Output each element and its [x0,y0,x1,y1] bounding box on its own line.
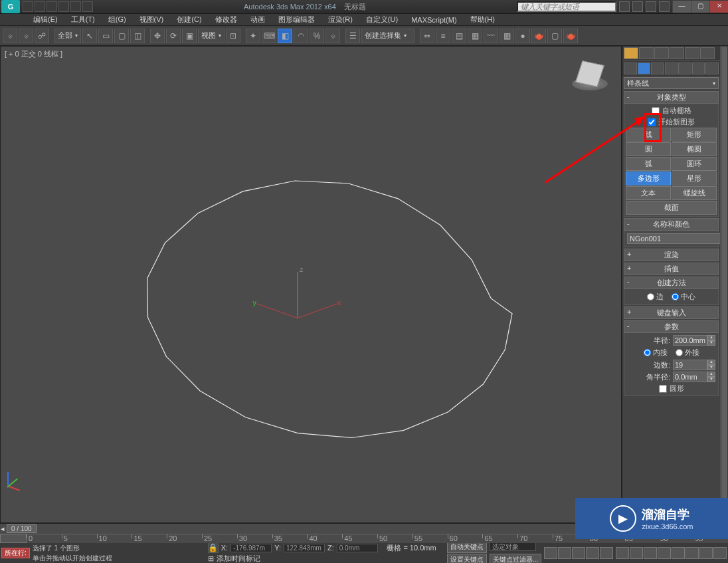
bind-icon[interactable]: ☍ [35,29,49,43]
align-icon[interactable]: ≡ [436,29,450,43]
graphite-icon[interactable]: ▦ [468,29,482,43]
display-tab-icon[interactable] [685,47,699,59]
viewcube[interactable] [567,53,613,100]
corner-radius-input[interactable] [673,372,707,382]
shape-button-截面[interactable]: 截面 [626,201,717,215]
zoom-icon[interactable] [630,547,643,559]
edge-radio[interactable]: 边 [647,292,664,302]
redo-icon[interactable] [70,1,81,12]
fov-icon[interactable] [685,547,699,559]
mirror-icon[interactable]: ⇔ [420,29,434,43]
binoculars-icon[interactable] [619,1,630,12]
shape-button-弧[interactable]: 弧 [626,157,671,171]
orbit-icon[interactable] [658,547,671,559]
ngon-shape[interactable] [147,181,512,438]
lock-icon[interactable]: 🔒 [208,542,219,553]
auto-grid-checkbox[interactable] [652,107,660,115]
goto-start-icon[interactable] [544,547,557,559]
spacewarps-icon[interactable] [692,62,705,74]
menu-modifiers[interactable]: 修改器 [209,13,244,26]
viewport[interactable]: [ + 0 正交 0 线框 ] z x y [0,46,622,523]
rollout-header[interactable]: +插值 [624,263,719,275]
hierarchy-tab-icon[interactable] [654,47,669,59]
render-icon[interactable]: 🫖 [563,29,578,43]
add-time-tag[interactable]: 添加时间标记 [217,554,260,563]
geometry-icon[interactable] [624,62,637,74]
unlink-icon[interactable]: ⟐ [19,29,33,43]
menu-group[interactable]: 组(G) [102,13,133,26]
menu-graph-editors[interactable]: 图形编辑器 [272,13,321,26]
select-name-icon[interactable]: ▭ [98,29,113,43]
close-button[interactable]: ✕ [709,1,728,13]
rollout-header[interactable]: -对象类型 [624,91,719,104]
prev-frame-icon[interactable] [558,547,571,559]
link-icon[interactable]: ⟐ [3,29,17,43]
menu-create[interactable]: 创建(C) [170,13,208,26]
pivot-icon[interactable]: ⊡ [226,29,240,43]
maximize-button[interactable]: ▢ [691,1,709,13]
cameras-icon[interactable] [665,62,678,74]
center-radio[interactable]: 中心 [672,292,695,302]
selection-filter-dropdown[interactable]: 全部 [54,29,81,43]
menu-maxscript[interactable]: MAXScript(M) [405,15,463,25]
spinner-down-icon[interactable]: ▼ [707,365,715,370]
angle-snap-icon[interactable]: ◠ [294,29,308,43]
dropdown-icon[interactable] [82,1,93,12]
named-selection-icon[interactable]: ☰ [345,29,360,43]
goto-end-icon[interactable] [600,547,613,559]
zoom-region-icon[interactable] [699,547,713,559]
trackbar-icon[interactable] [0,534,27,543]
schematic-icon[interactable]: ▦ [500,29,514,43]
menu-help[interactable]: 帮助(H) [464,13,501,26]
spinner-snap-icon[interactable]: ⟐ [325,29,340,43]
select-region-icon[interactable]: ▢ [114,29,129,43]
save-icon[interactable] [46,1,57,12]
start-new-shape-checkbox[interactable] [648,118,656,126]
next-frame-icon[interactable] [586,547,599,559]
utilities-tab-icon[interactable] [700,47,715,59]
shape-button-螺旋线[interactable]: 螺旋线 [672,186,717,200]
favorites-icon[interactable] [646,1,656,12]
motion-tab-icon[interactable] [670,47,684,59]
rollout-header[interactable]: +渲染 [624,249,719,261]
subcategory-dropdown[interactable]: 样条线 [624,77,719,89]
shape-button-椭圆[interactable]: 椭圆 [672,142,717,156]
render-setup-icon[interactable]: 🫖 [531,29,546,43]
y-coord-input[interactable] [284,544,325,552]
radius-input[interactable] [673,335,707,346]
rollout-header[interactable]: -创建方法 [624,277,719,289]
menu-tools[interactable]: 工具(T) [64,13,102,26]
curve-editor-icon[interactable]: 〰 [484,29,498,43]
menu-animation[interactable]: 动画 [244,13,272,26]
sides-input[interactable] [673,360,707,370]
key-filters-button[interactable]: 关键点过滤器... [490,554,541,564]
menu-views[interactable]: 视图(V) [133,13,171,26]
menu-rendering[interactable]: 渲染(R) [321,13,359,26]
shape-button-星形[interactable]: 星形 [672,171,717,185]
menu-customize[interactable]: 自定义(U) [359,13,405,26]
material-icon[interactable]: ● [515,29,530,43]
shape-button-线[interactable]: 线 [626,128,671,142]
rollout-header[interactable]: -参数 [624,320,719,333]
shape-button-圆环[interactable]: 圆环 [672,157,717,171]
z-coord-input[interactable] [337,544,378,552]
select-icon[interactable]: ↖ [82,29,97,43]
zoom-extents-icon[interactable] [644,547,657,559]
keyboard-shortcut-icon[interactable]: ⌨ [262,29,276,43]
pan-icon[interactable] [616,547,629,559]
shape-button-圆[interactable]: 圆 [626,142,671,156]
create-tab-icon[interactable] [624,47,638,59]
communication-icon[interactable] [632,1,643,12]
panel-scrollbar[interactable] [720,46,728,523]
key-target-dropdown[interactable] [490,542,536,551]
x-coord-input[interactable] [230,544,272,552]
render-frame-icon[interactable]: ▢ [547,29,562,43]
rollout-header[interactable]: +键盘输入 [624,306,719,319]
rollout-header[interactable]: -名称和颜色 [624,218,719,231]
circumscribed-radio[interactable]: 外接 [676,348,699,358]
rotate-icon[interactable]: ⟳ [166,29,181,43]
open-icon[interactable] [35,1,45,12]
shapes-icon[interactable] [638,62,651,74]
spinner-down-icon[interactable]: ▼ [707,340,715,346]
shape-button-多边形[interactable]: 多边形 [626,171,671,185]
